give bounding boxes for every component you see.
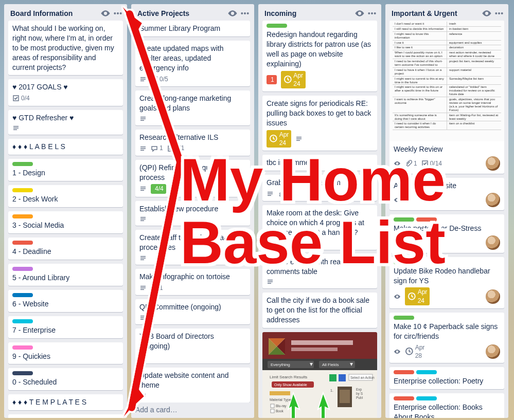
- watch-list-icon[interactable]: [100, 8, 111, 19]
- card-title: 6 - Website: [12, 299, 119, 309]
- svg-rect-28: [339, 374, 346, 381]
- card[interactable]: tbc in summer: [262, 155, 377, 171]
- label-orange[interactable]: [12, 214, 33, 218]
- comment-icon: [151, 145, 158, 152]
- watch-list-icon[interactable]: [482, 8, 492, 19]
- list-title[interactable]: Board Information: [9, 8, 98, 19]
- card[interactable]: Summer Library Program: [135, 21, 250, 36]
- list-menu-icon[interactable]: [367, 8, 377, 19]
- card-labels: [12, 345, 119, 350]
- card-title: ♥ 2017 GOALS ♥: [12, 82, 119, 92]
- card[interactable]: Update website content and theme: [135, 368, 250, 403]
- label-green[interactable]: [394, 316, 414, 320]
- label-red[interactable]: [12, 241, 33, 245]
- member-avatar[interactable]: [486, 193, 500, 207]
- card[interactable]: 9 - Quickies: [8, 342, 123, 364]
- label-sky[interactable]: [416, 396, 437, 400]
- card[interactable]: Redesign handout regarding library distr…: [262, 21, 377, 92]
- add-card[interactable]: Add a card…: [131, 403, 254, 418]
- checklist-badge: 4/4: [151, 184, 166, 193]
- card[interactable]: Research alternative ILS11/1: [135, 130, 250, 156]
- card[interactable]: ♦ ♦ ♦ T E M P L A T E S: [8, 394, 123, 410]
- card[interactable]: Create signs for periodicals RE: pulling…: [262, 96, 377, 151]
- member-avatar[interactable]: [486, 344, 500, 359]
- card[interactable]: Everything All Fields Limit Search Resul…: [262, 332, 377, 418]
- label-green[interactable]: [12, 162, 33, 166]
- label-green[interactable]: [394, 260, 414, 264]
- card[interactable]: Enterprise collection: Books About Books: [389, 393, 504, 418]
- card[interactable]: 0 - Scheduled: [8, 368, 123, 390]
- label-green[interactable]: [267, 24, 287, 28]
- due-date-badge[interactable]: Apr 24: [405, 287, 430, 305]
- card[interactable]: QPI Committee (ongoing): [135, 299, 250, 324]
- label-yellow[interactable]: [12, 188, 33, 192]
- card[interactable]: 2 - Desk Work: [8, 185, 123, 207]
- card[interactable]: Update Bike Rodeo handlebar sign for YSA…: [389, 257, 504, 308]
- desc-icon: [139, 215, 147, 223]
- label-black[interactable]: [12, 371, 33, 375]
- card-badges: 0/5: [139, 75, 246, 83]
- card[interactable]: Grab branch code from1: [262, 175, 377, 201]
- card[interactable]: ♦ ♦ ♦ L A B E L S: [8, 139, 123, 155]
- member-avatar[interactable]: [486, 289, 500, 304]
- card[interactable]: ♥ GTD Refresher ♥: [8, 110, 123, 135]
- card[interactable]: 5 - Around Library: [8, 264, 123, 286]
- card[interactable]: Create long-range marketing goals and pl…: [135, 90, 250, 125]
- list-menu-icon[interactable]: [113, 8, 123, 19]
- card[interactable]: (QPI) Refine our Acquisitions process4/4: [135, 160, 250, 197]
- card[interactable]: 6 - Website: [8, 290, 123, 312]
- label-green[interactable]: [394, 217, 414, 222]
- list-title[interactable]: Incoming: [263, 8, 352, 19]
- card[interactable]: What should I be working on, right now, …: [8, 21, 123, 75]
- list-menu-icon[interactable]: [494, 8, 504, 19]
- card-title: tbc in summer: [267, 158, 373, 168]
- due-date-badge[interactable]: Apr 28: [405, 343, 424, 360]
- svg-text:Everything: Everything: [271, 362, 290, 367]
- card[interactable]: Create updated maps with shelter areas, …: [135, 41, 250, 86]
- card[interactable]: 7 - Enterprise: [8, 316, 123, 338]
- card[interactable]: Create staff technology training procedu…: [135, 230, 250, 265]
- desc-icon: [139, 392, 147, 399]
- card[interactable]: 4 - Deadline: [8, 238, 123, 260]
- label-blue[interactable]: [12, 293, 33, 297]
- card[interactable]: Call the city if we do a book sale to ge…: [262, 293, 377, 328]
- card[interactable]: YSB Board of Directors (ongoing): [135, 328, 250, 363]
- card[interactable]: Make infographic on tortoise1: [135, 269, 250, 295]
- due-date-badge[interactable]: Apr 24: [281, 71, 306, 88]
- list-menu-icon[interactable]: [240, 8, 250, 19]
- card[interactable]: 1 - Design: [8, 159, 123, 181]
- card[interactable]: Enterprise collection: Poetry: [389, 367, 504, 389]
- list-title[interactable]: Active Projects: [136, 8, 225, 19]
- label-red[interactable]: [394, 396, 414, 400]
- member-avatar[interactable]: [486, 235, 500, 250]
- watch-icon: [394, 348, 401, 355]
- list-title[interactable]: Important & Urgent: [391, 8, 480, 19]
- description-icon: [267, 278, 274, 285]
- card-labels: [12, 371, 119, 375]
- card[interactable]: Project: [8, 414, 123, 418]
- member-avatar[interactable]: [486, 156, 500, 171]
- card[interactable]: Add SLP to website: [389, 178, 504, 210]
- card[interactable]: Make 10 ¢ Paperback sale signs for circ/…: [389, 313, 504, 363]
- card[interactable]: 3 - Social Media: [8, 211, 123, 233]
- card[interactable]: ♥ 2017 GOALS ♥0/4: [8, 79, 123, 105]
- description-icon: [139, 145, 147, 152]
- card[interactable]: Create each-month reading comments table: [262, 254, 377, 289]
- desc-icon: [139, 284, 147, 291]
- label-red[interactable]: [416, 217, 437, 222]
- label-red[interactable]: [394, 370, 414, 374]
- label-purple[interactable]: [12, 267, 33, 271]
- list-cards: Summer Library ProgramCreate updated map…: [131, 21, 254, 403]
- card[interactable]: I don't need or want it trash I still ne…: [389, 21, 504, 174]
- label-sky[interactable]: [416, 370, 437, 374]
- watch-list-icon[interactable]: [355, 8, 365, 19]
- label-pink[interactable]: [12, 345, 33, 350]
- card[interactable]: Establish new procedure: [135, 201, 250, 226]
- clock-icon: [269, 134, 278, 143]
- due-date-badge[interactable]: Apr 24: [267, 130, 291, 148]
- card[interactable]: Make posters for De-Stress: [389, 214, 504, 253]
- card[interactable]: Make room at the desk: Give choice on wh…: [262, 205, 377, 250]
- desc-icon: [267, 240, 274, 247]
- label-sky[interactable]: [12, 319, 33, 323]
- watch-list-icon[interactable]: [227, 8, 238, 19]
